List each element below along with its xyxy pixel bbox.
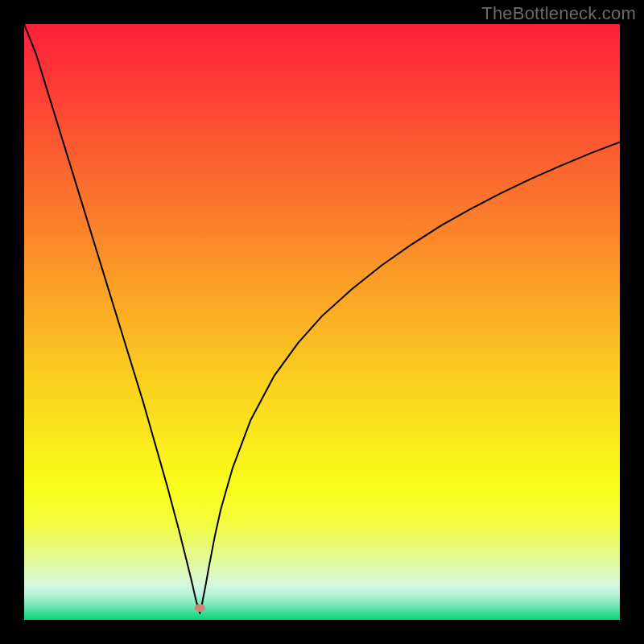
chart-frame: TheBottleneck.com — [0, 0, 644, 644]
watermark-text: TheBottleneck.com — [481, 3, 636, 24]
chart-background — [24, 24, 620, 620]
chart-plot-area — [24, 24, 620, 620]
bottleneck-marker — [195, 604, 205, 612]
chart-svg — [24, 24, 620, 620]
